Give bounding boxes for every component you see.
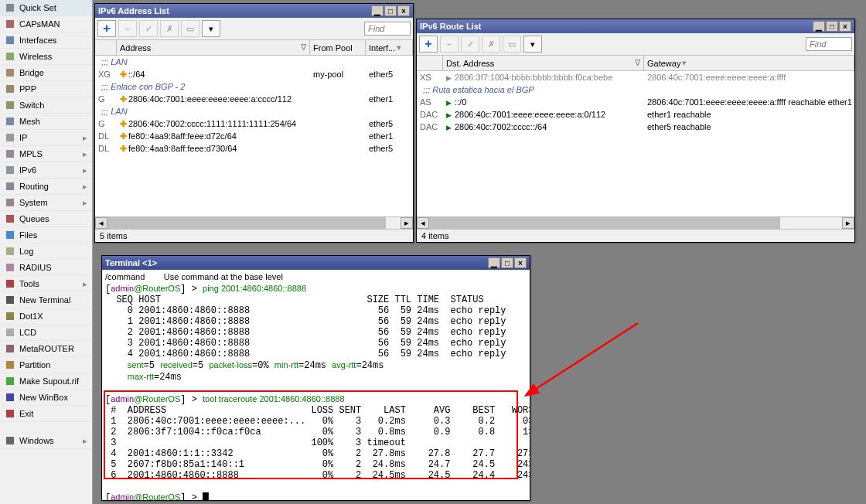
scroll-right-icon[interactable]: ▸: [401, 217, 413, 229]
sidebar-item-label: MPLS: [19, 149, 43, 158]
menu-icon: [5, 295, 15, 305]
column-dst-address[interactable]: Dst. Address∇: [443, 56, 644, 70]
sidebar-item-queues[interactable]: Queues: [0, 211, 92, 227]
grid-body[interactable]: XS▶2806:3f7:1004:bbbb:bbbb:bbbb:f0ca:beb…: [417, 71, 854, 216]
table-row[interactable]: XG✚::/64my-poolether5: [95, 68, 413, 80]
close-button[interactable]: ×: [514, 257, 527, 268]
column-gateway[interactable]: Gateway▾: [644, 56, 854, 70]
svg-rect-14: [6, 231, 14, 239]
titlebar[interactable]: IPv6 Address List ▁ □ ×: [95, 4, 413, 18]
table-row[interactable]: G✚2806:40c:7001:eeee:eeee:eeee:a:cccc/11…: [95, 93, 413, 105]
sidebar-item-partition[interactable]: Partition: [0, 357, 92, 373]
submenu-arrow-icon: ▸: [83, 436, 87, 446]
table-row[interactable]: ;;; Ruta estatica hacia el BGP: [417, 83, 854, 96]
column-interface[interactable]: Interf...▾: [366, 40, 413, 55]
sidebar-item-exit[interactable]: Exit: [0, 406, 92, 422]
menu-icon: [5, 392, 15, 403]
sidebar-item-ip[interactable]: IP▸: [0, 130, 92, 146]
comment-button[interactable]: ▭: [503, 36, 521, 53]
remove-button[interactable]: −: [440, 36, 459, 53]
table-row[interactable]: ;;; Enlace con BGP - 2: [95, 80, 413, 93]
sidebar-item-metarouter[interactable]: MetaROUTER: [0, 341, 92, 357]
titlebar[interactable]: Terminal <1> ▁ □ ×: [102, 256, 530, 270]
svg-rect-2: [6, 36, 14, 44]
table-row[interactable]: AS▶::/02806:40c:7001:eeee:eeee:eeee:a:ff…: [417, 96, 854, 108]
add-button[interactable]: +: [419, 36, 438, 53]
minimize-button[interactable]: ▁: [813, 21, 825, 32]
window-title: IPv6 Address List: [98, 6, 370, 15]
close-button[interactable]: ×: [397, 5, 410, 16]
sidebar-item-label: MetaROUTER: [19, 344, 74, 353]
sidebar-item-mpls[interactable]: MPLS▸: [0, 146, 92, 162]
column-from-pool[interactable]: From Pool: [310, 40, 366, 55]
remove-button[interactable]: −: [118, 20, 137, 37]
sidebar-item-make-supout.rif[interactable]: Make Supout.rif: [0, 373, 92, 390]
comment-button[interactable]: ▭: [181, 20, 199, 37]
table-row[interactable]: DL✚fe80::4aa9:8aff:feee:d72c/64ether1: [95, 130, 413, 142]
svg-rect-10: [6, 166, 14, 174]
maximize-button[interactable]: □: [384, 5, 397, 16]
sidebar-item-capsman[interactable]: CAPsMAN: [0, 16, 92, 32]
sidebar-item-mesh[interactable]: Mesh: [0, 114, 92, 130]
sidebar-item-radius[interactable]: RADIUS: [0, 260, 92, 276]
terminal-output[interactable]: /command Use command at the base level […: [102, 270, 530, 500]
maximize-button[interactable]: □: [501, 257, 513, 268]
sidebar-item-interfaces[interactable]: Interfaces: [0, 32, 92, 49]
sidebar-item-log[interactable]: Log: [0, 243, 92, 260]
svg-rect-22: [6, 361, 14, 369]
sidebar-item-windows[interactable]: Windows▸: [0, 433, 92, 449]
table-row[interactable]: DAC▶2806:40c:7001:eeee:eeee:eeee:a:0/112…: [417, 108, 854, 121]
minimize-button[interactable]: ▁: [371, 5, 384, 16]
scroll-left-icon[interactable]: ◂: [417, 217, 429, 229]
sidebar-item-system[interactable]: System▸: [0, 195, 92, 211]
sidebar-item-files[interactable]: Files: [0, 227, 92, 243]
svg-rect-3: [6, 53, 14, 60]
table-row[interactable]: G✚2806:40c:7002:cccc:1111:1111:1111:254/…: [95, 117, 413, 130]
table-row[interactable]: XS▶2806:3f7:1004:bbbb:bbbb:bbbb:f0ca:beb…: [417, 71, 854, 83]
add-button[interactable]: +: [97, 20, 116, 37]
svg-rect-7: [6, 117, 14, 125]
submenu-arrow-icon: ▸: [83, 198, 87, 208]
scroll-left-icon[interactable]: ◂: [95, 217, 107, 229]
table-row[interactable]: ;;; LAN: [95, 56, 413, 68]
disable-button[interactable]: ✗: [482, 36, 500, 53]
svg-rect-19: [6, 312, 14, 320]
disable-button[interactable]: ✗: [160, 20, 179, 37]
column-address[interactable]: Address∇: [117, 40, 310, 55]
submenu-arrow-icon: ▸: [83, 165, 87, 175]
column-flags[interactable]: [95, 40, 117, 55]
find-input[interactable]: [806, 37, 852, 51]
enable-button[interactable]: ✓: [139, 20, 158, 37]
column-flags[interactable]: [417, 56, 443, 70]
sidebar-item-switch[interactable]: Switch: [0, 97, 92, 114]
enable-button[interactable]: ✓: [461, 36, 479, 53]
sidebar-item-bridge[interactable]: Bridge: [0, 65, 92, 81]
sidebar-item-lcd[interactable]: LCD: [0, 325, 92, 341]
table-row[interactable]: DAC▶2806:40c:7002:cccc::/64ether5 reacha…: [417, 121, 854, 133]
sidebar-item-ipv6[interactable]: IPv6▸: [0, 162, 92, 179]
find-input[interactable]: [364, 22, 411, 36]
sidebar-item-label: Partition: [19, 360, 50, 369]
scroll-right-icon[interactable]: ▸: [842, 217, 854, 229]
table-row[interactable]: ;;; LAN: [95, 105, 413, 117]
sidebar-item-wireless[interactable]: Wireless: [0, 49, 92, 65]
svg-rect-18: [6, 296, 14, 304]
sidebar-item-routing[interactable]: Routing▸: [0, 179, 92, 195]
maximize-button[interactable]: □: [826, 21, 838, 32]
sidebar-item-dot1x[interactable]: Dot1X: [0, 308, 92, 325]
sidebar-item-ppp[interactable]: PPP: [0, 81, 92, 97]
menu-icon: [5, 197, 15, 208]
table-row[interactable]: DL✚fe80::4aa9:8aff:feee:d730/64ether5: [95, 142, 413, 155]
svg-rect-20: [6, 329, 14, 336]
sidebar-item-new-terminal[interactable]: New Terminal: [0, 292, 92, 308]
filter-button[interactable]: ▾: [523, 36, 542, 53]
window-title: Terminal <1>: [105, 258, 487, 267]
sidebar-item-new-winbox[interactable]: New WinBox: [0, 390, 92, 406]
sidebar-item-quick-set[interactable]: Quick Set: [0, 0, 92, 16]
minimize-button[interactable]: ▁: [488, 257, 500, 268]
titlebar[interactable]: IPv6 Route List ▁ □ ×: [417, 19, 854, 33]
grid-body[interactable]: ;;; LANXG✚::/64my-poolether5;;; Enlace c…: [95, 56, 413, 216]
filter-button[interactable]: ▾: [202, 20, 220, 37]
close-button[interactable]: ×: [839, 21, 851, 32]
sidebar-item-tools[interactable]: Tools▸: [0, 276, 92, 292]
